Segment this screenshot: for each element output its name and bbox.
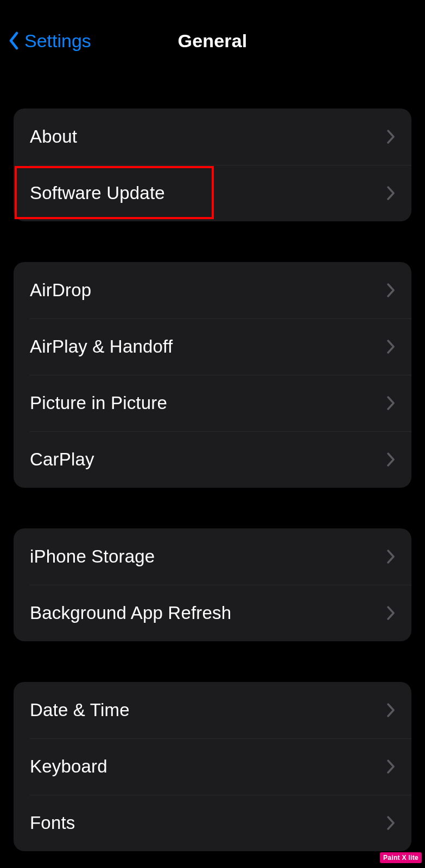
row-iphone-storage[interactable]: iPhone Storage <box>14 528 411 585</box>
row-airplay-handoff[interactable]: AirPlay & Handoff <box>14 318 411 375</box>
settings-group-4: Date & Time Keyboard Fonts <box>14 682 411 851</box>
row-label: Picture in Picture <box>30 393 167 413</box>
chevron-right-icon <box>387 816 395 830</box>
settings-content: About Software Update AirDrop AirPlay & … <box>0 71 425 851</box>
back-button[interactable]: Settings <box>8 30 91 52</box>
chevron-right-icon <box>387 550 395 564</box>
row-picture-in-picture[interactable]: Picture in Picture <box>14 375 411 431</box>
chevron-right-icon <box>387 396 395 410</box>
chevron-right-icon <box>387 606 395 620</box>
chevron-right-icon <box>387 283 395 297</box>
chevron-left-icon <box>8 31 19 50</box>
settings-group-3: iPhone Storage Background App Refresh <box>14 528 411 641</box>
row-label: Keyboard <box>30 756 107 777</box>
row-label: About <box>30 126 77 147</box>
chevron-right-icon <box>387 760 395 774</box>
row-label: AirDrop <box>30 280 91 301</box>
settings-group-2: AirDrop AirPlay & Handoff Picture in Pic… <box>14 262 411 488</box>
row-date-time[interactable]: Date & Time <box>14 682 411 738</box>
row-label: Background App Refresh <box>30 603 231 623</box>
row-label: Date & Time <box>30 700 130 720</box>
page-title: General <box>177 30 247 52</box>
row-label: CarPlay <box>30 449 94 470</box>
row-background-app-refresh[interactable]: Background App Refresh <box>14 585 411 641</box>
watermark-badge: Paint X lite <box>380 852 422 863</box>
chevron-right-icon <box>387 340 395 354</box>
chevron-right-icon <box>387 130 395 144</box>
row-software-update[interactable]: Software Update <box>14 165 411 221</box>
row-airdrop[interactable]: AirDrop <box>14 262 411 318</box>
settings-group-1: About Software Update <box>14 108 411 221</box>
chevron-right-icon <box>387 452 395 467</box>
back-label: Settings <box>24 30 91 52</box>
row-fonts[interactable]: Fonts <box>14 795 411 851</box>
chevron-right-icon <box>387 186 395 200</box>
row-keyboard[interactable]: Keyboard <box>14 738 411 795</box>
row-label: Software Update <box>30 183 165 203</box>
row-about[interactable]: About <box>14 108 411 165</box>
navigation-bar: Settings General <box>0 0 425 71</box>
chevron-right-icon <box>387 703 395 717</box>
row-label: AirPlay & Handoff <box>30 336 173 357</box>
row-label: Fonts <box>30 813 75 833</box>
row-label: iPhone Storage <box>30 546 155 567</box>
row-carplay[interactable]: CarPlay <box>14 431 411 488</box>
